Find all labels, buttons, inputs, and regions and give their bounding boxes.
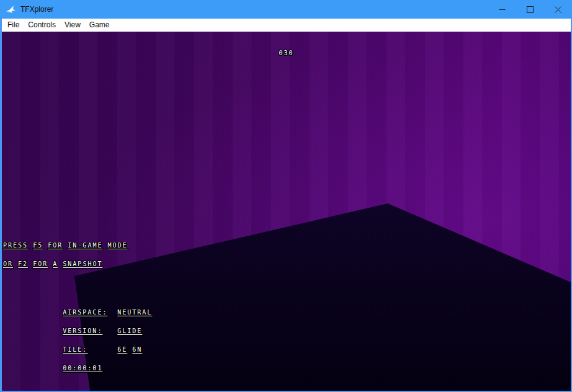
close-button[interactable] [544,0,572,19]
version-label: VERSION: [63,328,117,334]
tile-value: 6E 6N [117,346,142,353]
elapsed-time: 00:00:01 [3,359,152,365]
app-jet-icon[interactable] [6,4,16,15]
menu-view[interactable]: View [60,19,85,31]
maximize-icon [527,6,534,13]
airspace-label: AIRSPACE: [63,310,117,316]
hud-help-line-2: OR F2 FOR A SNAPSHOT [3,261,152,267]
menubar: File Controls View Game [0,19,572,32]
menu-game[interactable]: Game [85,19,114,31]
close-icon [555,6,561,13]
menu-file[interactable]: File [3,19,24,31]
window-title: TFXplorer [20,5,53,14]
titlebar[interactable]: TFXplorer [0,0,572,19]
maximize-button[interactable] [516,0,544,19]
menu-controls[interactable]: Controls [24,19,60,31]
version-row: VERSION:GLIDE [3,322,152,328]
minimize-button[interactable] [488,0,516,19]
airspace-row: AIRSPACE:NEUTRAL [3,303,152,310]
hud-text-block: PRESS F5 FOR IN-GAME MODE OR F2 FOR A SN… [3,230,152,390]
hud-status-block: AIRSPACE:NEUTRAL VERSION:GLIDE TILE:6E 6… [3,291,152,378]
tile-row: TILE:6E 6N [3,341,152,347]
elapsed-time-value: 00:00:01 [63,365,102,372]
version-value: GLIDE [117,327,142,334]
tile-label: TILE: [63,347,117,353]
minimize-icon [499,6,506,13]
3d-viewport[interactable]: 030 PRESS F5 FOR IN-GAME MODE OR F2 FOR … [2,32,571,391]
hud-help-line-1: PRESS F5 FOR IN-GAME MODE [3,243,152,249]
airspace-value: NEUTRAL [117,309,152,316]
app-window: TFXplorer File Controls View Game [0,0,572,392]
client-area: 030 PRESS F5 FOR IN-GAME MODE OR F2 FOR … [0,32,572,392]
compass-heading-readout: 030 [279,50,293,56]
